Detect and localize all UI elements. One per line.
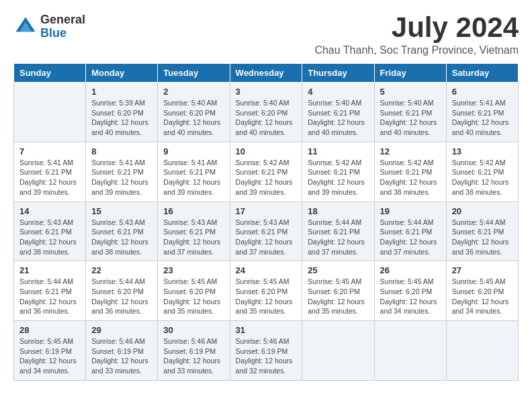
day-info: Sunrise: 5:45 AMSunset: 6:20 PMDaylight:… [308,277,368,316]
day-info: Sunrise: 5:44 AMSunset: 6:21 PMDaylight:… [308,218,368,257]
day-number: 6 [452,87,513,97]
day-number: 16 [163,206,224,216]
title-section: July 2024 Chau Thanh, Soc Trang Province… [314,13,519,56]
calendar-cell: 9Sunrise: 5:41 AMSunset: 6:21 PMDaylight… [158,142,230,201]
day-number: 27 [452,265,513,275]
header-friday: Friday [374,64,446,83]
logo-blue: Blue [40,27,85,40]
day-info: Sunrise: 5:42 AMSunset: 6:21 PMDaylight:… [380,158,441,197]
calendar-cell [14,83,86,142]
day-info: Sunrise: 5:40 AMSunset: 6:20 PMDaylight:… [236,98,297,138]
calendar-cell: 2Sunrise: 5:40 AMSunset: 6:20 PMDaylight… [158,83,230,142]
calendar-cell: 30Sunrise: 5:46 AMSunset: 6:19 PMDayligh… [158,321,230,381]
day-number: 15 [91,206,152,216]
calendar-cell: 15Sunrise: 5:43 AMSunset: 6:21 PMDayligh… [86,201,158,261]
day-info: Sunrise: 5:45 AMSunset: 6:19 PMDaylight:… [19,336,80,376]
day-info: Sunrise: 5:43 AMSunset: 6:21 PMDaylight:… [236,218,297,257]
location-title: Chau Thanh, Soc Trang Province, Vietnam [314,44,519,56]
calendar-cell: 26Sunrise: 5:45 AMSunset: 6:20 PMDayligh… [374,261,446,321]
calendar-cell: 7Sunrise: 5:41 AMSunset: 6:21 PMDaylight… [14,142,86,201]
calendar-cell: 24Sunrise: 5:45 AMSunset: 6:20 PMDayligh… [230,261,302,321]
calendar-cell: 20Sunrise: 5:44 AMSunset: 6:21 PMDayligh… [446,201,518,261]
header-thursday: Thursday [302,64,374,83]
calendar-week-1: 1Sunrise: 5:39 AMSunset: 6:20 PMDaylight… [14,83,519,142]
calendar-cell: 27Sunrise: 5:45 AMSunset: 6:20 PMDayligh… [446,261,518,321]
header-saturday: Saturday [446,64,518,83]
day-number: 12 [380,146,441,156]
calendar-cell: 12Sunrise: 5:42 AMSunset: 6:21 PMDayligh… [374,142,446,201]
calendar-cell [302,321,374,381]
calendar-cell: 31Sunrise: 5:46 AMSunset: 6:19 PMDayligh… [230,321,302,381]
calendar-cell [446,321,518,381]
day-number: 5 [380,87,441,97]
calendar-cell [374,321,446,381]
day-number: 24 [236,265,297,275]
header-wednesday: Wednesday [230,64,302,83]
page-header: General Blue July 2024 Chau Thanh, Soc T… [13,13,519,56]
day-number: 4 [308,87,368,97]
day-number: 22 [91,265,152,275]
day-info: Sunrise: 5:42 AMSunset: 6:21 PMDaylight:… [308,158,368,197]
calendar-cell: 11Sunrise: 5:42 AMSunset: 6:21 PMDayligh… [302,142,374,201]
calendar-cell: 28Sunrise: 5:45 AMSunset: 6:19 PMDayligh… [14,321,86,381]
day-info: Sunrise: 5:45 AMSunset: 6:20 PMDaylight:… [452,277,513,316]
calendar-cell: 25Sunrise: 5:45 AMSunset: 6:20 PMDayligh… [302,261,374,321]
calendar-week-5: 28Sunrise: 5:45 AMSunset: 6:19 PMDayligh… [14,321,519,381]
day-number: 25 [308,265,368,275]
day-info: Sunrise: 5:41 AMSunset: 6:21 PMDaylight:… [91,158,152,197]
calendar-cell: 16Sunrise: 5:43 AMSunset: 6:21 PMDayligh… [158,201,230,261]
day-number: 2 [163,87,224,97]
calendar-cell: 13Sunrise: 5:42 AMSunset: 6:21 PMDayligh… [446,142,518,201]
day-info: Sunrise: 5:41 AMSunset: 6:21 PMDaylight:… [163,158,224,197]
day-info: Sunrise: 5:43 AMSunset: 6:21 PMDaylight:… [19,218,80,257]
day-number: 21 [19,265,80,275]
header-row: Sunday Monday Tuesday Wednesday Thursday… [14,64,519,83]
day-number: 1 [91,87,152,97]
day-info: Sunrise: 5:40 AMSunset: 6:21 PMDaylight:… [380,98,441,138]
month-title: July 2024 [314,13,519,42]
calendar-cell: 5Sunrise: 5:40 AMSunset: 6:21 PMDaylight… [374,83,446,142]
day-number: 18 [308,206,368,216]
day-number: 8 [91,146,152,156]
calendar-cell: 22Sunrise: 5:44 AMSunset: 6:20 PMDayligh… [86,261,158,321]
calendar-week-3: 14Sunrise: 5:43 AMSunset: 6:21 PMDayligh… [14,201,519,261]
calendar-cell: 21Sunrise: 5:44 AMSunset: 6:21 PMDayligh… [14,261,86,321]
calendar-week-2: 7Sunrise: 5:41 AMSunset: 6:21 PMDaylight… [14,142,519,201]
day-number: 11 [308,146,368,156]
calendar-week-4: 21Sunrise: 5:44 AMSunset: 6:21 PMDayligh… [14,261,519,321]
day-number: 9 [163,146,224,156]
calendar-cell: 8Sunrise: 5:41 AMSunset: 6:21 PMDaylight… [86,142,158,201]
day-info: Sunrise: 5:42 AMSunset: 6:21 PMDaylight:… [452,158,513,197]
day-info: Sunrise: 5:44 AMSunset: 6:20 PMDaylight:… [91,277,152,316]
header-tuesday: Tuesday [158,64,230,83]
day-info: Sunrise: 5:39 AMSunset: 6:20 PMDaylight:… [91,98,152,138]
day-number: 30 [163,325,224,335]
calendar-header: Sunday Monday Tuesday Wednesday Thursday… [14,64,519,83]
day-number: 14 [19,206,80,216]
day-number: 29 [91,325,152,335]
day-info: Sunrise: 5:42 AMSunset: 6:21 PMDaylight:… [236,158,297,197]
day-info: Sunrise: 5:46 AMSunset: 6:19 PMDaylight:… [163,336,224,376]
day-info: Sunrise: 5:40 AMSunset: 6:20 PMDaylight:… [163,98,224,138]
calendar-cell: 14Sunrise: 5:43 AMSunset: 6:21 PMDayligh… [14,201,86,261]
day-number: 10 [236,146,297,156]
day-info: Sunrise: 5:41 AMSunset: 6:21 PMDaylight:… [452,98,513,138]
day-info: Sunrise: 5:45 AMSunset: 6:20 PMDaylight:… [163,277,224,316]
calendar-cell: 17Sunrise: 5:43 AMSunset: 6:21 PMDayligh… [230,201,302,261]
day-info: Sunrise: 5:44 AMSunset: 6:21 PMDaylight:… [380,218,441,257]
header-sunday: Sunday [14,64,86,83]
logo-text: General Blue [40,13,85,40]
day-info: Sunrise: 5:44 AMSunset: 6:21 PMDaylight:… [19,277,80,316]
calendar-cell: 29Sunrise: 5:46 AMSunset: 6:19 PMDayligh… [86,321,158,381]
calendar-cell: 3Sunrise: 5:40 AMSunset: 6:20 PMDaylight… [230,83,302,142]
day-number: 20 [452,206,513,216]
day-info: Sunrise: 5:43 AMSunset: 6:21 PMDaylight:… [163,218,224,257]
day-info: Sunrise: 5:46 AMSunset: 6:19 PMDaylight:… [236,336,297,376]
calendar-cell: 6Sunrise: 5:41 AMSunset: 6:21 PMDaylight… [446,83,518,142]
calendar-cell: 10Sunrise: 5:42 AMSunset: 6:21 PMDayligh… [230,142,302,201]
calendar-cell: 18Sunrise: 5:44 AMSunset: 6:21 PMDayligh… [302,201,374,261]
calendar-cell: 23Sunrise: 5:45 AMSunset: 6:20 PMDayligh… [158,261,230,321]
day-number: 28 [19,325,80,335]
day-number: 23 [163,265,224,275]
day-number: 26 [380,265,441,275]
